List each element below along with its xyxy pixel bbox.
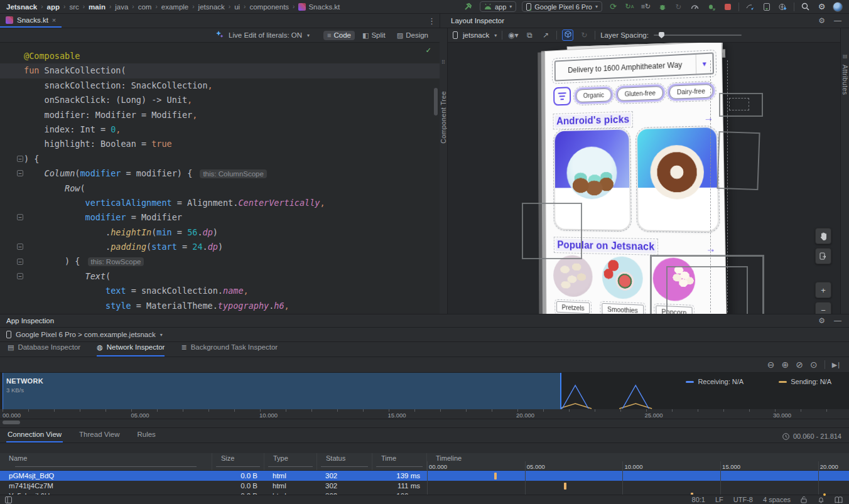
status-80-1[interactable]: 80:1 <box>692 496 705 503</box>
chevron-down-icon: ▾ <box>307 33 310 38</box>
breadcrumb-item[interactable]: ui <box>234 3 240 11</box>
column-header-timeline[interactable]: Timeline <box>426 453 849 463</box>
horizontal-scrollbar[interactable] <box>3 421 20 424</box>
sdk-download-icon[interactable] <box>777 1 788 12</box>
attributes-tab[interactable]: Attributes <box>841 65 849 95</box>
attributes-icon: ▤ <box>843 53 848 59</box>
network-traffic-chart[interactable]: NETWORK 3 KB/s Receiving: N/ASending: N/… <box>0 373 849 409</box>
attach-debugger-icon[interactable] <box>706 1 717 12</box>
tab-snacks-kt[interactable]: Snacks.kt × <box>0 14 62 28</box>
breadcrumb-item[interactable]: Jetsnack <box>6 3 37 11</box>
breadcrumb-item[interactable]: jetsnack <box>198 3 225 11</box>
profile-icon[interactable]: ↻ <box>673 1 684 12</box>
inspections-ok-icon[interactable]: ✓ <box>426 45 431 55</box>
refresh-icon[interactable]: ↻ <box>578 31 590 40</box>
reset-view-icon[interactable] <box>815 248 831 264</box>
notifications-bell-icon[interactable] <box>818 496 825 503</box>
debug-icon[interactable] <box>657 1 668 12</box>
breadcrumb-item[interactable]: components <box>249 3 289 11</box>
table-row[interactable]: pGM4sjt_BdQ0.0 Bhtml302139 ms <box>0 471 849 481</box>
settings-gear-icon[interactable]: ⚙ <box>816 1 827 12</box>
column-header-name[interactable]: Name <box>0 453 212 463</box>
user-avatar[interactable] <box>833 2 843 12</box>
editor-scrollbar[interactable] <box>434 88 438 115</box>
breadcrumb-item[interactable]: src <box>69 3 78 11</box>
run-configuration-select[interactable]: app ▾ <box>480 1 516 12</box>
zoom-to-selection-icon[interactable]: ⊙ <box>810 360 818 370</box>
pan-hand-icon[interactable] <box>815 228 831 244</box>
layout-inspector-viewport[interactable]: Delivery to 1600 Amphitheater Way ▾ Orga… <box>448 43 840 314</box>
apply-changes-icon[interactable]: ⟳ <box>608 1 619 12</box>
breadcrumb-item[interactable]: com <box>138 3 152 11</box>
tab-network-inspector[interactable]: ◍Network Inspector <box>97 341 165 357</box>
breadcrumb-item[interactable]: Snacks.kt <box>308 3 340 11</box>
fold-marker[interactable]: − <box>17 244 23 250</box>
unlock-icon[interactable] <box>801 496 808 503</box>
column-header-type[interactable]: Type <box>264 453 316 463</box>
minimize-icon[interactable]: — <box>834 16 841 25</box>
snack-card <box>637 127 718 231</box>
device-mirroring-icon[interactable] <box>745 1 755 12</box>
build-hammer-icon[interactable] <box>463 1 474 12</box>
pop-out-icon[interactable]: ↗ <box>540 31 551 40</box>
panel-settings-gear-icon[interactable]: ⚙ <box>818 16 825 25</box>
layer-spacing-slider[interactable] <box>654 35 742 36</box>
tool-windows-icon[interactable] <box>0 496 17 503</box>
build-run-icon[interactable]: ≡↻ <box>641 1 651 12</box>
fold-marker[interactable]: − <box>17 259 23 265</box>
mode-design-button[interactable]: ▨Design <box>393 31 432 40</box>
reset-zoom-icon[interactable]: ⊘ <box>796 360 803 370</box>
column-header-status[interactable]: Status <box>316 453 372 463</box>
fold-marker[interactable]: − <box>17 214 23 220</box>
apply-code-changes-icon[interactable]: ↻A <box>624 1 635 12</box>
breadcrumb-item[interactable]: example <box>161 3 188 11</box>
close-icon[interactable]: × <box>52 16 56 24</box>
status-4-spaces[interactable]: 4 spaces <box>763 496 791 503</box>
search-everywhere-icon[interactable] <box>800 1 811 12</box>
fold-marker[interactable]: − <box>17 273 23 279</box>
panel-settings-gear-icon[interactable]: ⚙ <box>818 316 825 325</box>
table-row[interactable]: m741tj4Cz7M0.0 Bhtml302111 ms <box>0 481 849 491</box>
fold-marker[interactable]: − <box>17 156 23 162</box>
view-options-eye-icon[interactable]: ◉▾ <box>507 31 519 40</box>
profiler-gauge-icon[interactable] <box>689 1 700 12</box>
tab-connection-view[interactable]: Connection View <box>6 431 63 442</box>
tab-database-inspector[interactable]: ▤Database Inspector <box>8 341 80 357</box>
fold-marker[interactable]: − <box>17 170 23 176</box>
request-timeline-bar <box>564 483 566 490</box>
zoom-in-button[interactable]: + <box>815 282 831 298</box>
minimize-icon[interactable]: — <box>834 316 841 325</box>
inspection-process-selector[interactable]: Google Pixel 6 Pro > com.example.jetsnac… <box>0 328 849 342</box>
tab-background-task-inspector[interactable]: ≣Background Task Inspector <box>181 341 278 357</box>
timeline-selection[interactable] <box>3 373 561 409</box>
slider-thumb[interactable] <box>659 32 664 38</box>
mode-split-button[interactable]: ◧Split <box>359 31 389 40</box>
editor-options-kebab-icon[interactable]: ⋮ <box>428 16 440 26</box>
device-select[interactable]: Google Pixel 6 Pro ▾ <box>522 1 602 12</box>
code-token: , <box>244 286 249 296</box>
3d-mode-button[interactable] <box>562 29 573 41</box>
mode-code-button[interactable]: ≡Code <box>323 31 355 40</box>
breadcrumb-item[interactable]: app <box>47 3 60 11</box>
breadcrumb-item[interactable]: main <box>89 3 105 11</box>
jump-to-live-icon[interactable]: ▶| <box>832 361 840 369</box>
select-component-icon[interactable]: ⧉ <box>524 31 535 40</box>
status-utf-8[interactable]: UTF-8 <box>733 496 753 503</box>
column-header-size[interactable]: Size <box>212 453 264 463</box>
process-select[interactable]: jetsnack <box>463 31 489 39</box>
status-lf[interactable]: LF <box>715 496 723 503</box>
zoom-out-icon[interactable]: ⊖ <box>767 360 775 370</box>
component-tree-tab[interactable]: Component Tree <box>440 91 447 144</box>
reader-mode-icon[interactable] <box>835 496 843 503</box>
divider <box>502 31 502 40</box>
code-editor[interactable]: @Composablefun SnackCollection( snackCol… <box>0 43 440 314</box>
zoom-in-icon[interactable]: ⊕ <box>781 360 789 370</box>
device-manager-icon[interactable] <box>761 1 772 12</box>
design-icon: ▨ <box>397 31 403 40</box>
breadcrumb-item[interactable]: java <box>115 3 128 11</box>
live-edit-dropdown[interactable]: Live Edit of literals: ON <box>229 31 302 39</box>
tab-rules[interactable]: Rules <box>136 431 156 442</box>
stop-button[interactable] <box>722 1 733 12</box>
tab-thread-view[interactable]: Thread View <box>78 431 121 442</box>
column-header-time[interactable]: Time <box>372 453 426 463</box>
